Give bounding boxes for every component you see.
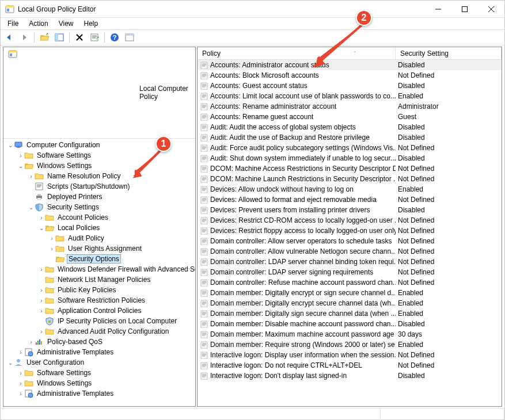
policy-row[interactable]: Audit: Shut down system immediately if u… bbox=[198, 153, 502, 163]
export-button[interactable] bbox=[88, 31, 101, 44]
expander-icon[interactable]: › bbox=[28, 339, 35, 345]
expander-icon[interactable]: › bbox=[38, 215, 45, 221]
expander-icon[interactable]: ⌄ bbox=[17, 163, 24, 169]
tree-public-key-policies[interactable]: ›Public Key Policies bbox=[3, 285, 195, 295]
tree-deployed-printers[interactable]: Deployed Printers bbox=[3, 192, 195, 202]
expander-icon[interactable]: › bbox=[17, 391, 24, 397]
policy-row[interactable]: Domain controller: Allow vulnerable Netl… bbox=[198, 246, 502, 257]
tree-local-policies[interactable]: ⌄Local Policies bbox=[3, 223, 195, 233]
tree-security-settings[interactable]: ⌄Security Settings bbox=[3, 202, 195, 212]
column-policy[interactable]: Policy ˆ bbox=[198, 48, 396, 59]
up-button[interactable] bbox=[38, 31, 51, 44]
tree-network-list-manager[interactable]: Network List Manager Policies bbox=[3, 274, 195, 285]
show-hide-tree-button[interactable] bbox=[53, 31, 66, 44]
policy-row[interactable]: Domain member: Maximum machine account p… bbox=[198, 329, 502, 339]
tree-scripts[interactable]: Scripts (Startup/Shutdown) bbox=[3, 181, 195, 192]
menu-file[interactable]: File bbox=[3, 18, 23, 29]
policy-row[interactable]: Domain controller: Allow server operator… bbox=[198, 236, 502, 246]
back-button[interactable] bbox=[3, 31, 16, 44]
policy-row[interactable]: Accounts: Rename administrator accountAd… bbox=[198, 101, 502, 112]
policy-row[interactable]: Interactive logon: Do not require CTRL+A… bbox=[198, 360, 502, 371]
tree-user-configuration[interactable]: ⌄User Configuration bbox=[3, 357, 195, 368]
tree-windows-settings[interactable]: ⌄Windows Settings bbox=[3, 161, 195, 171]
tree-user-rights-assignment[interactable]: ›User Rights Assignment bbox=[3, 243, 195, 254]
policy-row[interactable]: Domain controller: Refuse machine accoun… bbox=[198, 277, 502, 288]
policy-row[interactable]: Domain controller: LDAP server signing r… bbox=[198, 267, 502, 277]
policy-row[interactable]: Accounts: Limit local account use of bla… bbox=[198, 91, 502, 101]
expander-icon[interactable]: › bbox=[28, 173, 35, 180]
policy-row[interactable]: Domain member: Digitally encrypt secure … bbox=[198, 298, 502, 308]
policy-row[interactable]: Audit: Force audit policy subcategory se… bbox=[198, 143, 502, 153]
policy-row[interactable]: DCOM: Machine Access Restrictions in Sec… bbox=[198, 163, 502, 174]
expander-icon[interactable]: › bbox=[17, 370, 24, 376]
minimize-button[interactable] bbox=[425, 1, 451, 18]
policy-row[interactable]: Devices: Restrict floppy access to local… bbox=[198, 226, 502, 236]
policy-row[interactable]: Interactive logon: Don't display last si… bbox=[198, 371, 502, 381]
tree-user-administrative-templates[interactable]: ›Administrative Templates bbox=[3, 388, 195, 399]
expander-icon[interactable]: › bbox=[48, 246, 55, 252]
tree-software-settings[interactable]: ›Software Settings bbox=[3, 150, 195, 161]
policy-row[interactable]: Audit: Audit the use of Backup and Resto… bbox=[198, 132, 502, 143]
tree-name-resolution-policy[interactable]: ›Name Resolution Policy bbox=[3, 171, 195, 181]
expander-icon[interactable]: › bbox=[17, 349, 24, 356]
expander-icon[interactable]: › bbox=[38, 329, 45, 335]
delete-button[interactable] bbox=[73, 31, 86, 44]
tree-user-windows-settings[interactable]: ›Windows Settings bbox=[3, 378, 195, 388]
policy-row[interactable]: Devices: Restrict CD-ROM access to local… bbox=[198, 215, 502, 226]
expander-icon[interactable]: ⌄ bbox=[7, 142, 14, 148]
policy-row[interactable]: Devices: Allow undock without having to … bbox=[198, 184, 502, 194]
tree-security-options[interactable]: Security Options bbox=[3, 254, 195, 264]
tree-windows-defender-firewall[interactable]: ›Windows Defender Firewall with Advanced… bbox=[3, 264, 195, 274]
policy-row[interactable]: Accounts: Administrator account statusDi… bbox=[198, 60, 502, 70]
tree-audit-policy[interactable]: ›Audit Policy bbox=[3, 233, 195, 243]
tree-user-software-settings[interactable]: ›Software Settings bbox=[3, 368, 195, 378]
policy-row[interactable]: Interactive logon: Display user informat… bbox=[198, 350, 502, 360]
menu-help[interactable]: Help bbox=[79, 18, 103, 29]
expander-icon[interactable]: › bbox=[48, 235, 55, 242]
expander-icon[interactable]: › bbox=[38, 287, 45, 293]
expander-icon[interactable]: ⌄ bbox=[28, 204, 35, 211]
tree-application-control-policies[interactable]: ›Application Control Policies bbox=[3, 306, 195, 316]
expander-icon[interactable]: › bbox=[38, 297, 45, 304]
policy-row[interactable]: Accounts: Guest account statusDisabled bbox=[198, 81, 502, 91]
menu-action[interactable]: Action bbox=[24, 18, 52, 29]
tree-pane[interactable]: Local Computer Policy ⌄Computer Configur… bbox=[3, 47, 196, 407]
maximize-button[interactable] bbox=[451, 1, 478, 18]
expander-icon[interactable]: › bbox=[38, 266, 45, 273]
expander-icon[interactable]: › bbox=[17, 152, 24, 159]
expander-icon[interactable]: ⌄ bbox=[38, 225, 45, 231]
tree-software-restriction-policies[interactable]: ›Software Restriction Policies bbox=[3, 295, 195, 306]
tree-administrative-templates[interactable]: ›Administrative Templates bbox=[3, 347, 195, 357]
filter-button[interactable] bbox=[123, 31, 136, 44]
policy-setting: Not Defined bbox=[396, 71, 502, 79]
expander-icon[interactable]: ⌄ bbox=[7, 360, 14, 366]
forward-button[interactable] bbox=[18, 31, 31, 44]
policy-name: Audit: Shut down system immediately if u… bbox=[210, 154, 396, 162]
list-body[interactable]: Accounts: Administrator account statusDi… bbox=[198, 60, 502, 406]
policy-item-icon bbox=[200, 247, 208, 255]
expander-icon[interactable]: › bbox=[38, 308, 45, 314]
admin-t-icon bbox=[24, 348, 33, 357]
tree-computer-configuration[interactable]: ⌄Computer Configuration bbox=[3, 140, 195, 150]
policy-row[interactable]: DCOM: Machine Launch Restrictions in Sec… bbox=[198, 174, 502, 184]
policy-row[interactable]: Domain member: Digitally encrypt or sign… bbox=[198, 288, 502, 298]
tree-policy-based-qos[interactable]: ›Policy-based QoS bbox=[3, 337, 195, 347]
policy-row[interactable]: Accounts: Block Microsoft accountsNot De… bbox=[198, 70, 502, 81]
tree-advanced-audit-policy[interactable]: ›Advanced Audit Policy Configuration bbox=[3, 326, 195, 337]
policy-row[interactable]: Accounts: Rename guest accountGuest bbox=[198, 112, 502, 122]
policy-row[interactable]: Domain member: Require strong (Windows 2… bbox=[198, 339, 502, 350]
tree-ip-security-policies[interactable]: IP Security Policies on Local Computer bbox=[3, 316, 195, 326]
menu-view[interactable]: View bbox=[54, 18, 78, 29]
help-button[interactable]: ? bbox=[108, 31, 121, 44]
column-security-setting[interactable]: Security Setting bbox=[396, 48, 502, 59]
policy-row[interactable]: Devices: Allowed to format and eject rem… bbox=[198, 194, 502, 205]
close-button[interactable] bbox=[478, 1, 504, 18]
policy-row[interactable]: Domain member: Disable machine account p… bbox=[198, 319, 502, 329]
policy-row[interactable]: Devices: Prevent users from installing p… bbox=[198, 205, 502, 215]
tree-root[interactable]: Local Computer Policy bbox=[3, 47, 195, 139]
expander-icon[interactable]: › bbox=[17, 380, 24, 387]
policy-row[interactable]: Domain controller: LDAP server channel b… bbox=[198, 257, 502, 267]
tree-account-policies[interactable]: ›Account Policies bbox=[3, 212, 195, 223]
policy-row[interactable]: Domain member: Digitally sign secure cha… bbox=[198, 308, 502, 319]
policy-row[interactable]: Audit: Audit the access of global system… bbox=[198, 122, 502, 132]
